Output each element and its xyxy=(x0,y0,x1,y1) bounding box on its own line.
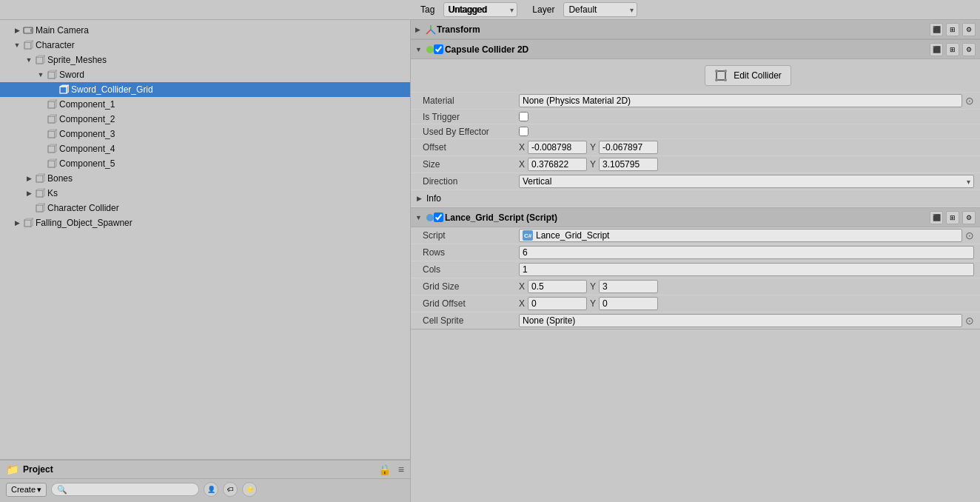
grid-offset-y-input[interactable] xyxy=(599,297,658,310)
transform-icons: ⬛ ⊞ ⚙ xyxy=(930,23,976,36)
filter-btn1[interactable]: 👤 xyxy=(204,482,218,497)
direction-select-wrapper[interactable]: Vertical Horizontal xyxy=(519,175,974,188)
tree-arrow-bones xyxy=(24,173,34,184)
script-icon-btn2[interactable]: ⊞ xyxy=(946,211,959,224)
script-settings-icon[interactable]: ⊙ xyxy=(965,230,974,241)
tree-label-sword-collider-grid: Sword_Collider_Grid xyxy=(71,84,153,95)
svg-point-46 xyxy=(724,70,727,73)
svg-marker-13 xyxy=(67,85,69,93)
layer-select[interactable]: Default xyxy=(563,2,637,17)
script-title: Lance_Grid_Script (Script) xyxy=(445,212,930,223)
grid-size-value: X Y xyxy=(519,280,974,293)
svg-marker-40 xyxy=(31,218,33,227)
transform-icon-btn2[interactable]: ⊞ xyxy=(946,23,959,36)
collider-icons: ⬛ ⊞ ⚙ xyxy=(930,43,976,56)
script-settings[interactable]: ⚙ xyxy=(962,211,976,224)
tree-item-sprite-meshes[interactable]: Sprite_Meshes xyxy=(0,53,410,67)
script-label: Script xyxy=(423,230,519,241)
svg-rect-5 xyxy=(36,57,43,64)
transform-settings[interactable]: ⚙ xyxy=(962,23,976,36)
rows-input[interactable] xyxy=(519,246,974,259)
svg-rect-17 xyxy=(48,116,55,123)
tree-label-main-camera: Main Camera xyxy=(36,25,89,36)
filter-btn3[interactable]: ⭐ xyxy=(242,482,257,497)
transform-title: Transform xyxy=(437,24,930,35)
edit-collider-button[interactable]: Edit Collider xyxy=(705,65,791,86)
collider-checkbox[interactable] xyxy=(434,44,443,54)
tree-item-ks[interactable]: Ks xyxy=(0,186,410,201)
tree-arrow-ks xyxy=(24,188,34,198)
tree-item-character[interactable]: Character xyxy=(0,38,410,53)
tree-item-bones[interactable]: Bones xyxy=(0,171,410,186)
tree-item-falling-object[interactable]: Falling_Object_Spawner xyxy=(0,215,410,230)
offset-value: X Y xyxy=(519,141,974,154)
tree-icon-sword-collider-grid xyxy=(58,84,70,96)
hierarchy-list: Main Camera Character Sprite_Meshes Swor… xyxy=(0,20,410,459)
grid-size-y-input[interactable] xyxy=(599,280,658,293)
offset-label: Offset xyxy=(423,142,519,153)
tree-item-sword-collider-grid[interactable]: Sword_Collider_Grid xyxy=(0,82,410,97)
offset-x-label: X xyxy=(519,142,525,153)
collider-settings[interactable]: ⚙ xyxy=(962,43,976,56)
cols-label: Cols xyxy=(423,264,519,275)
svg-line-42 xyxy=(426,30,431,34)
size-x-input[interactable] xyxy=(528,158,587,171)
tree-label-character-collider: Character Collider xyxy=(47,203,119,213)
is-trigger-row: Is Trigger xyxy=(411,110,980,124)
tree-item-component1[interactable]: Component_1 xyxy=(0,97,410,112)
collider-icon-btn1[interactable]: ⬛ xyxy=(930,43,943,56)
svg-rect-14 xyxy=(48,101,55,108)
tag-select-wrapper[interactable]: Untagged Untagged xyxy=(443,2,517,17)
tree-arrow-character xyxy=(12,40,22,50)
tree-icon-main-camera xyxy=(22,24,34,36)
grid-size-x-label: X xyxy=(519,281,525,292)
tree-arrow-sword xyxy=(36,70,46,80)
tree-item-component4[interactable]: Component_4 xyxy=(0,141,410,156)
collider-arrow: ▼ xyxy=(415,46,422,53)
layer-select-wrapper[interactable]: Default xyxy=(563,2,637,17)
tree-label-component3: Component_3 xyxy=(59,129,115,139)
is-trigger-checkbox[interactable] xyxy=(519,112,528,121)
direction-select[interactable]: Vertical Horizontal xyxy=(519,175,974,188)
script-icon-btn1[interactable]: ⬛ xyxy=(930,211,943,224)
svg-marker-34 xyxy=(43,189,45,197)
script-checkbox[interactable] xyxy=(434,212,443,222)
filter-btn2[interactable]: 🏷 xyxy=(223,482,238,497)
used-by-effector-checkbox[interactable] xyxy=(519,127,528,136)
edit-collider-icon xyxy=(714,69,728,82)
direction-value: Vertical Horizontal xyxy=(519,175,974,188)
project-title: Project xyxy=(23,464,53,475)
svg-rect-29 xyxy=(36,175,43,182)
cell-sprite-row: Cell Sprite None (Sprite) ⊙ xyxy=(411,312,980,329)
offset-y-input[interactable] xyxy=(599,141,658,154)
grid-size-x-input[interactable] xyxy=(528,280,587,293)
cell-sprite-settings[interactable]: ⊙ xyxy=(965,315,974,327)
script-icons: ⬛ ⊞ ⚙ xyxy=(930,211,976,224)
tree-item-sword[interactable]: Sword xyxy=(0,67,410,82)
size-y-input[interactable] xyxy=(599,158,658,171)
project-header: 📁 Project 🔒 ≡ xyxy=(0,461,410,479)
svg-rect-26 xyxy=(48,161,55,167)
tag-select[interactable]: Untagged xyxy=(443,2,517,17)
tag-layer-bar: Tag Untagged Untagged Layer Default xyxy=(0,0,980,20)
grid-offset-label: Grid Offset xyxy=(423,298,519,309)
grid-offset-x-input[interactable] xyxy=(528,297,587,310)
material-settings[interactable]: ⊙ xyxy=(965,95,974,107)
transform-icon-btn1[interactable]: ⬛ xyxy=(930,23,943,36)
tree-item-main-camera[interactable]: Main Camera xyxy=(0,23,410,38)
collider-icon-btn2[interactable]: ⊞ xyxy=(946,43,959,56)
create-button[interactable]: Create ▾ xyxy=(6,483,47,497)
tree-icon-component4 xyxy=(46,143,58,155)
offset-xy: X Y xyxy=(519,141,658,154)
grid-offset-x-label: X xyxy=(519,298,525,309)
tree-item-component5[interactable]: Component_5 xyxy=(0,156,410,171)
search-input[interactable] xyxy=(51,483,199,496)
tree-item-component3[interactable]: Component_3 xyxy=(0,127,410,141)
cell-sprite-text: None (Sprite) xyxy=(523,315,575,326)
tree-item-character-collider[interactable]: Character Collider xyxy=(0,201,410,215)
tree-item-component2[interactable]: Component_2 xyxy=(0,112,410,127)
size-x-label: X xyxy=(519,159,525,170)
offset-x-input[interactable] xyxy=(528,141,587,154)
svg-rect-20 xyxy=(48,131,55,138)
cols-input[interactable] xyxy=(519,263,974,276)
